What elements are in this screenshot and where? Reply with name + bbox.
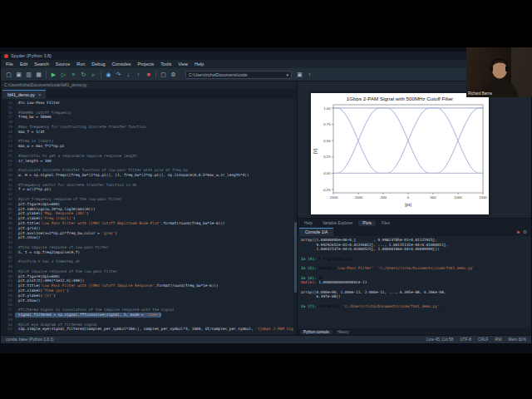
editor-scrollbar-thumb[interactable] (294, 222, 297, 293)
menu-view[interactable]: View (178, 62, 188, 66)
svg-text:1000: 1000 (454, 195, 462, 200)
menu-tools[interactable]: Tools (160, 62, 171, 66)
interrupt-kernel-icon[interactable]: ■ (517, 229, 520, 234)
svg-text:1500: 1500 (479, 195, 487, 200)
close-icon[interactable]: × (38, 92, 41, 97)
menu-projects[interactable]: Projects (137, 62, 154, 66)
plots-pane: ▥⊞× 1Gbps 2-PAM Signal with 500MHz Cutof… (298, 81, 531, 219)
status-item: CRLF (478, 337, 489, 342)
menu-file[interactable]: File (6, 62, 13, 66)
window-title: Spyder (Python 3.8) (11, 53, 52, 58)
status-item: Mem 61% (508, 337, 526, 342)
step-over-icon[interactable]: ↷ (114, 70, 123, 80)
plot-axes-box (333, 105, 483, 193)
console-tab-python-console[interactable]: Python console (300, 330, 332, 334)
breadcrumb: C:\Users\richa\Documents\code\fd41_demo.… (1, 81, 297, 89)
status-item: Line 45, Col 58 (426, 337, 453, 342)
run-file-icon[interactable]: ▶ (49, 70, 58, 80)
console-tab-label: Console 1/A (305, 229, 328, 234)
editor-scrollbar[interactable] (293, 99, 297, 335)
debug-icon[interactable]: ◉ (104, 70, 113, 80)
pane-tab-plots[interactable]: Plots (358, 220, 376, 226)
preferences-icon[interactable]: ⚙ (169, 70, 178, 80)
pane-tab-variable-explorer[interactable]: Variable Explorer (318, 220, 357, 226)
line-text: w, H = sp.signal.freqs([freq_bw*(2*np.pi… (15, 173, 249, 178)
line-number: 61 (1, 327, 15, 332)
line-text: sdp.simple_eye(signal_filtered[samples_p… (15, 327, 297, 332)
status-environment: conda: base (Python 3.8.3) (6, 337, 54, 342)
svg-text:-500: -500 (380, 195, 387, 200)
console-header-icons: ■⚙ (517, 229, 531, 234)
svg-text:0.00: 0.00 (323, 171, 331, 175)
svg-text:0.75: 0.75 (323, 122, 331, 126)
line-text: plt.title('Low Pass Filter with {}MHz Cu… (15, 221, 225, 226)
headphone-right-cup (505, 66, 509, 71)
plot-ylabel: [V] (313, 149, 318, 154)
console-tab-history[interactable]: History (334, 330, 352, 334)
svg-text:0: 0 (407, 195, 410, 200)
new-file-icon[interactable]: ▢ (4, 70, 13, 80)
chevron-down-icon[interactable]: ▾ (286, 72, 288, 77)
run-cell-advance-icon[interactable]: » (69, 70, 78, 80)
parent-directory-icon[interactable]: ↑ (305, 70, 314, 80)
menu-search[interactable]: Search (34, 62, 48, 66)
console-options-icon[interactable]: ⚙ (523, 229, 527, 234)
working-directory-box[interactable]: C:\Users\richa\Documents\code ▾ (185, 71, 292, 79)
console-tab[interactable]: Console 1/A (299, 228, 333, 236)
spyder-logo-icon (4, 54, 8, 58)
editor-tab[interactable]: fd41_demo.py × (2, 90, 46, 99)
console-bottom-tabs: Python consoleHistory (298, 328, 531, 335)
title-bar: Spyder (Python 3.8) (1, 52, 531, 60)
pane-tab-help[interactable]: Help (300, 220, 317, 226)
line-text: #%% Low-Pass Filter (15, 101, 60, 106)
status-item: RW (495, 337, 502, 342)
svg-text:0.50: 0.50 (323, 139, 331, 143)
menu-consoles[interactable]: Consoles (112, 62, 131, 66)
desktop-screen: Spyder (Python 3.8) FileEditSearchSource… (0, 47, 532, 353)
stop-icon[interactable]: ■ (144, 70, 153, 80)
svg-text:0.25: 0.25 (323, 155, 331, 159)
editor-code[interactable]: 14#%% Low-Pass Filter15 16#500MHz cutoff… (1, 99, 297, 335)
editor-tab-row: fd41_demo.py × (1, 89, 297, 99)
code-lines: 14#%% Low-Pass Filter15 16#500MHz cutoff… (1, 101, 297, 332)
status-right-items: Line 45, Col 58UTF-8CRLFRWMem 61% (426, 337, 526, 342)
main-area: C:\Users\richa\Documents\code\fd41_demo.… (1, 81, 531, 335)
menu-help[interactable]: Help (195, 62, 204, 66)
run-selection-icon[interactable]: ▹ (89, 70, 98, 80)
toolbar-icons: ▢▣▥▦▶▷»↻▹◉↷↓↑■▢⚙ (4, 70, 178, 80)
maximize-pane-icon[interactable]: ▢ (159, 70, 168, 80)
console-header: Console 1/A ■⚙ (298, 227, 531, 236)
toolbar-separator (101, 71, 101, 78)
right-pane: ▥⊞× 1Gbps 2-PAM Signal with 500MHz Cutof… (298, 81, 531, 335)
save-all-icon[interactable]: ▦ (34, 70, 43, 80)
plot-xlabel: [ps] (405, 203, 411, 207)
toolbar-right-icons: ▣↑ (295, 70, 314, 80)
status-item: UTF-8 (460, 337, 471, 342)
pane-tab-files[interactable]: Files (377, 220, 394, 226)
eye-diagram-figure: 1Gbps 2-PAM Signal with 500MHz Cutoff Fi… (311, 93, 489, 214)
spyder-window: Spyder (Python 3.8) FileEditSearchSource… (0, 51, 532, 344)
svg-text:1.00: 1.00 (323, 106, 331, 111)
line-text: #confirm h has a timestep dt (15, 259, 80, 264)
console-output[interactable]: array([1.00000000e+00+0.j , 9.99823785e-… (298, 236, 531, 328)
console-line: In [7]: runcell(3, 'C:/Users/richa/Docum… (301, 304, 528, 309)
webcam-overlay: Richard Barna (466, 47, 532, 97)
menu-run[interactable]: Run (76, 62, 85, 66)
code-line[interactable]: 61sdp.simple_eye(signal_filtered[samples… (1, 327, 297, 332)
rerun-cell-icon[interactable]: ↻ (79, 70, 88, 80)
step-out-icon[interactable]: ↑ (134, 70, 143, 80)
run-cell-icon[interactable]: ▷ (59, 70, 68, 80)
plot-title: 1Gbps 2-PAM Signal with 500MHz Cutoff Fi… (347, 96, 453, 101)
toolbar-separator (155, 71, 156, 78)
menu-debug[interactable]: Debug (91, 62, 105, 66)
step-into-icon[interactable]: ↓ (124, 70, 133, 80)
svg-text:-1500: -1500 (329, 195, 338, 200)
line-text: signal_filtered = sp.signal.fftconvolve(… (15, 313, 161, 318)
menubar: FileEditSearchSourceRunDebugConsolesProj… (1, 60, 531, 68)
browse-folder-icon[interactable]: ▣ (295, 70, 304, 80)
open-file-icon[interactable]: ▣ (14, 70, 23, 80)
menu-edit[interactable]: Edit (20, 62, 27, 66)
menu-source[interactable]: Source (56, 62, 70, 66)
save-icon[interactable]: ▥ (24, 70, 33, 80)
editor-tab-label: fd41_demo.py (7, 92, 35, 97)
